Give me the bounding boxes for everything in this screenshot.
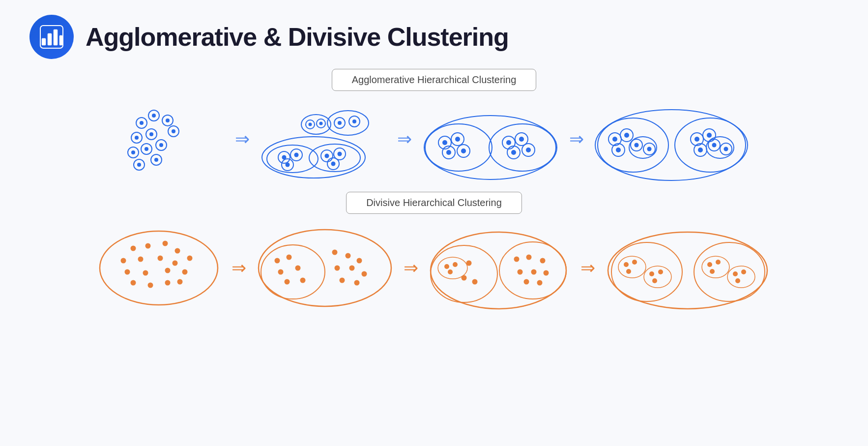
svg-point-22 <box>159 143 163 147</box>
divisive-row: ⇒ <box>29 219 839 317</box>
svg-point-18 <box>131 150 135 154</box>
agglomerative-row: ⇒ <box>29 96 839 182</box>
svg-point-12 <box>135 136 139 140</box>
agglo-step3 <box>419 96 562 182</box>
div-step4 <box>603 219 775 317</box>
svg-point-98 <box>145 243 150 249</box>
svg-point-10 <box>166 119 170 122</box>
agglo-arrow1: ⇒ <box>235 129 250 149</box>
svg-point-137 <box>461 275 466 281</box>
svg-point-124 <box>356 258 362 264</box>
svg-point-68 <box>511 150 516 155</box>
svg-point-83 <box>647 147 652 151</box>
svg-point-108 <box>165 268 170 273</box>
svg-point-74 <box>612 137 617 142</box>
svg-point-88 <box>707 133 712 138</box>
svg-point-127 <box>361 271 367 277</box>
svg-point-51 <box>331 162 336 166</box>
page-header: Agglomerative & Divisive Clustering <box>0 0 868 64</box>
svg-point-133 <box>444 264 449 269</box>
svg-point-61 <box>461 149 466 153</box>
svg-point-100 <box>174 248 180 254</box>
agglo-arrow2: ⇒ <box>397 129 412 149</box>
svg-point-111 <box>147 283 153 288</box>
div-step2 <box>254 219 396 317</box>
svg-point-64 <box>506 140 511 145</box>
chart-bar-icon <box>39 25 64 49</box>
svg-point-113 <box>177 279 182 285</box>
svg-point-164 <box>733 271 738 276</box>
svg-point-90 <box>698 148 703 152</box>
svg-point-153 <box>626 269 631 274</box>
svg-point-95 <box>724 147 728 151</box>
svg-point-134 <box>453 262 458 267</box>
svg-point-144 <box>531 269 536 275</box>
svg-point-135 <box>448 269 453 274</box>
svg-point-109 <box>182 269 187 275</box>
svg-point-29 <box>338 121 342 125</box>
svg-point-128 <box>339 278 345 283</box>
svg-point-159 <box>702 256 729 278</box>
svg-point-55 <box>442 140 447 145</box>
svg-point-27 <box>327 111 369 135</box>
svg-rect-2 <box>54 30 58 45</box>
svg-point-149 <box>611 242 682 301</box>
svg-point-126 <box>349 266 354 271</box>
svg-point-84 <box>675 118 746 172</box>
svg-point-156 <box>658 269 663 274</box>
svg-point-165 <box>741 269 746 274</box>
svg-point-136 <box>466 261 471 266</box>
svg-point-24 <box>137 163 141 167</box>
main-content: Agglomerative Hierarchical Clustering <box>0 64 868 317</box>
divisive-section: Divisive Hierarchical Clustering <box>29 192 839 317</box>
svg-point-117 <box>286 255 291 260</box>
svg-rect-1 <box>48 33 52 45</box>
svg-point-112 <box>165 280 170 286</box>
svg-point-26 <box>154 158 158 162</box>
svg-point-142 <box>540 258 545 264</box>
svg-rect-3 <box>59 35 62 45</box>
div-step3 <box>426 219 573 317</box>
svg-point-97 <box>130 246 136 251</box>
svg-point-78 <box>616 148 621 152</box>
svg-point-59 <box>446 150 451 155</box>
agglomerative-label: Agglomerative Hierarchical Clustering <box>332 69 537 91</box>
svg-point-147 <box>537 280 542 286</box>
svg-point-103 <box>157 256 163 261</box>
logo-circle <box>29 15 74 59</box>
svg-point-141 <box>526 255 531 260</box>
svg-point-110 <box>130 280 136 286</box>
div-arrow1: ⇒ <box>231 258 246 278</box>
svg-point-8 <box>152 114 156 118</box>
svg-point-122 <box>332 250 337 255</box>
svg-point-123 <box>345 253 350 259</box>
svg-point-151 <box>624 262 629 267</box>
svg-point-138 <box>472 279 477 285</box>
svg-point-93 <box>712 143 717 148</box>
div-step1 <box>94 219 224 317</box>
divisive-label: Divisive Hierarchical Clustering <box>346 192 522 214</box>
svg-point-42 <box>294 153 299 157</box>
svg-point-146 <box>523 279 529 285</box>
svg-point-101 <box>120 258 126 264</box>
svg-point-81 <box>635 143 639 148</box>
svg-point-143 <box>517 269 522 275</box>
svg-rect-0 <box>42 38 46 45</box>
svg-point-106 <box>124 269 130 275</box>
svg-point-47 <box>325 154 329 158</box>
div-arrow2: ⇒ <box>404 258 418 278</box>
div-arrow3: ⇒ <box>580 258 595 278</box>
svg-point-96 <box>100 231 218 305</box>
svg-point-158 <box>694 242 765 301</box>
svg-point-20 <box>145 147 148 151</box>
svg-point-57 <box>455 137 460 142</box>
svg-point-161 <box>716 260 721 265</box>
svg-point-44 <box>286 163 290 167</box>
svg-point-76 <box>624 133 629 138</box>
svg-point-72 <box>598 118 668 172</box>
agglo-step2 <box>257 96 390 182</box>
svg-point-150 <box>618 256 646 278</box>
svg-point-166 <box>735 278 740 283</box>
svg-point-152 <box>632 260 637 265</box>
svg-point-154 <box>644 266 671 288</box>
